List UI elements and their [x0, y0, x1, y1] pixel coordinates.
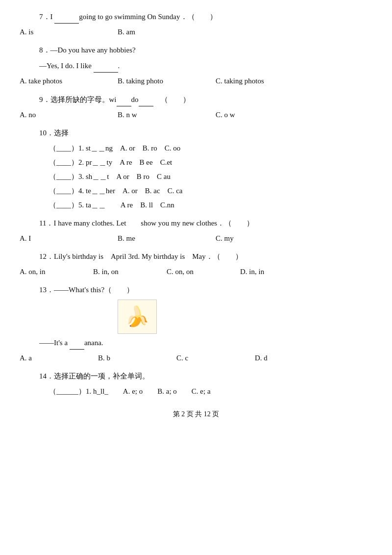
q11-options: A. I B. me C. my	[20, 232, 372, 245]
q9-blank2	[139, 93, 153, 106]
q13-response: ——It's a anana.	[39, 336, 372, 350]
question-11: 11．I have many clothes. Let show you my …	[20, 217, 372, 245]
q11-option-a[interactable]: A. I	[20, 232, 118, 245]
q12-option-a[interactable]: A. on, in	[20, 265, 93, 278]
q9-text: 9．选择所缺的字母。wi do （ ）	[39, 93, 372, 106]
q8-option-c[interactable]: C. taking photos	[216, 75, 314, 88]
q10-header: 10．选择	[39, 126, 372, 140]
question-13: 13．——What's this?（ ） 🍌 ——It's a anana. A…	[20, 283, 372, 365]
banana-image-container: 🍌	[118, 300, 372, 334]
q8-option-b[interactable]: B. taking photo	[118, 75, 216, 88]
question-10: 10．选择 （____）1. st＿＿ng A. or B. ro C. oo …	[20, 126, 372, 212]
q11-option-b[interactable]: B. me	[118, 232, 216, 245]
q13-blank	[70, 336, 84, 350]
q12-options: A. on, in B. in, on C. on, on D. in, in	[20, 265, 372, 278]
q12-option-c[interactable]: C. on, on	[167, 265, 240, 278]
q10-sub2: （____）2. pr＿＿ty A re B ee C.et	[49, 156, 372, 169]
q7-option-a[interactable]: A. is	[20, 25, 118, 39]
q10-sub1: （____）1. st＿＿ng A. or B. ro C. oo	[49, 142, 372, 155]
question-8: 8．—Do you have any hobbies? —Yes, I do. …	[20, 44, 372, 88]
q8-continuation: —Yes, I do. I like .	[39, 59, 372, 73]
q13-option-a[interactable]: A. a	[20, 352, 98, 365]
q10-sub4: （____）4. te＿＿her A. or B. ac C. ca	[49, 184, 372, 198]
q7-option-b[interactable]: B. am	[118, 25, 216, 39]
q8-blank	[94, 59, 118, 73]
q9-option-b[interactable]: B. n w	[118, 108, 216, 122]
q12-option-b[interactable]: B. in, on	[93, 265, 167, 278]
q12-option-d[interactable]: D. in, in	[240, 265, 314, 278]
q9-options: A. no B. n w C. o w	[20, 108, 372, 122]
q7-blank	[54, 10, 79, 24]
q13-option-b[interactable]: B. b	[98, 352, 176, 365]
q10-sub5: （____）5. ta＿＿ A re B. ll C.nn	[49, 199, 372, 212]
q9-option-c[interactable]: C. o w	[216, 108, 314, 122]
q7-text: 7．I going to go swimming On Sunday．（ ）	[39, 10, 372, 24]
page-number: 第 2 页 共 12 页	[173, 410, 220, 418]
q8-option-a[interactable]: A. take photos	[20, 75, 118, 88]
q13-text: 13．——What's this?（ ）	[39, 283, 372, 297]
q13-option-c[interactable]: C. c	[176, 352, 255, 365]
q9-blank1	[117, 93, 131, 106]
question-14: 14．选择正确的一项，补全单词。 （______）1. h_ll_ A. e; …	[20, 370, 372, 398]
banana-image: 🍌	[118, 300, 157, 334]
question-7: 7．I going to go swimming On Sunday．（ ） A…	[20, 10, 372, 39]
q11-option-c[interactable]: C. my	[216, 232, 314, 245]
q8-intro: 8．—Do you have any hobbies?	[39, 44, 372, 57]
question-12: 12．Lily's birthday is April 3rd. My birt…	[20, 250, 372, 278]
question-9: 9．选择所缺的字母。wi do （ ） A. no B. n w C. o w	[20, 93, 372, 122]
q12-text: 12．Lily's birthday is April 3rd. My birt…	[39, 250, 372, 263]
page-footer: 第 2 页 共 12 页	[20, 408, 372, 420]
q7-options: A. is B. am	[20, 25, 372, 39]
q9-option-a[interactable]: A. no	[20, 108, 118, 122]
q10-sub3: （____）3. sh＿＿t A or B ro C au	[49, 170, 372, 183]
q11-text: 11．I have many clothes. Let show you my …	[39, 217, 372, 230]
q14-header: 14．选择正确的一项，补全单词。	[39, 370, 372, 383]
q13-option-d[interactable]: D. d	[255, 352, 333, 365]
q8-options: A. take photos B. taking photo C. taking…	[20, 75, 372, 88]
q14-sub1: （______）1. h_ll_ A. e; o B. a; o C. e; a	[49, 385, 372, 398]
q13-options: A. a B. b C. c D. d	[20, 352, 372, 365]
